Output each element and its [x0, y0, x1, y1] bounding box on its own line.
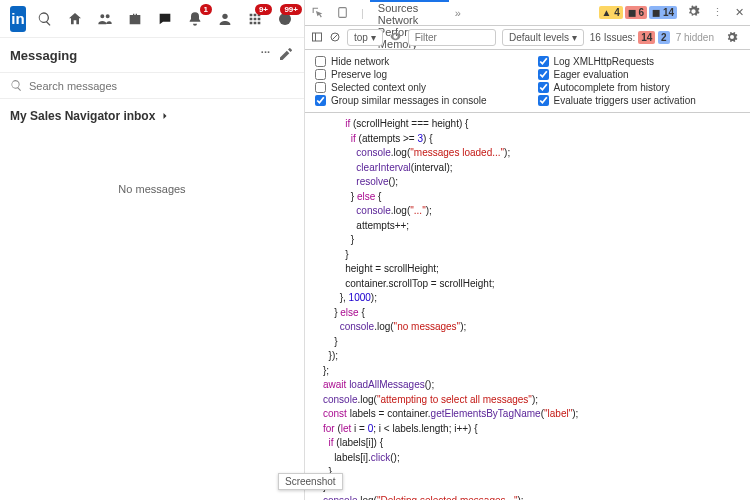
setting-autocomplete-from-history[interactable]: Autocomplete from history — [538, 82, 741, 93]
svg-rect-2 — [339, 8, 347, 18]
messaging-icon[interactable] — [156, 10, 174, 28]
me-icon[interactable] — [216, 10, 234, 28]
svg-rect-3 — [313, 33, 322, 41]
clear-console-icon[interactable] — [329, 31, 341, 45]
device-icon[interactable] — [330, 6, 355, 19]
menu-icon[interactable]: ⋮ — [706, 6, 729, 19]
notifications-icon[interactable]: 1 — [186, 10, 204, 28]
extra-icon[interactable]: 99+ — [276, 10, 294, 28]
linkedin-logo[interactable]: in — [10, 6, 26, 32]
empty-state: No messages — [0, 133, 304, 245]
tab-sources[interactable]: Sources — [370, 2, 449, 14]
more-button[interactable]: ··· — [261, 46, 270, 64]
filter-input[interactable] — [408, 29, 496, 46]
console-settings: Hide networkLog XMLHttpRequestsPreserve … — [305, 50, 750, 113]
hidden-count: 7 hidden — [676, 32, 714, 43]
issues-count[interactable]: 16 Issues: 14 2 — [590, 32, 670, 43]
warnings-summary[interactable]: ▲ 4 ◼ 6 ◼ 14 — [595, 6, 682, 19]
search-icon — [10, 79, 23, 92]
context-select[interactable]: top ▾ — [347, 29, 383, 46]
network-icon[interactable] — [96, 10, 114, 28]
close-icon[interactable]: ✕ — [729, 6, 750, 19]
setting-evaluate-triggers-user-activation[interactable]: Evaluate triggers user activation — [538, 95, 741, 106]
linkedin-topbar: in 1 9+ 99+ — [0, 0, 304, 38]
more-tabs[interactable]: » — [449, 7, 467, 19]
setting-hide-network[interactable]: Hide network — [315, 56, 518, 67]
jobs-icon[interactable] — [126, 10, 144, 28]
inspect-icon[interactable] — [305, 6, 330, 19]
devtools-tabs: | ElementsConsoleSourcesNetworkPerforman… — [305, 0, 750, 26]
svg-point-0 — [222, 13, 227, 18]
console-settings-icon[interactable] — [720, 31, 744, 45]
console-filterbar: top ▾ Default levels ▾ 16 Issues: 14 2 7… — [305, 26, 750, 50]
setting-selected-context-only[interactable]: Selected context only — [315, 82, 518, 93]
messaging-title: Messaging — [10, 48, 77, 63]
search-input[interactable] — [29, 80, 294, 92]
setting-eager-evaluation[interactable]: Eager evaluation — [538, 69, 741, 80]
eye-icon[interactable] — [389, 30, 402, 45]
tab-network[interactable]: Network — [370, 14, 449, 26]
sidebar-toggle-icon[interactable] — [311, 31, 323, 45]
apps-icon[interactable]: 9+ — [246, 10, 264, 28]
setting-log-xmlhttprequests[interactable]: Log XMLHttpRequests — [538, 56, 741, 67]
compose-icon[interactable] — [278, 46, 294, 64]
home-icon[interactable] — [66, 10, 84, 28]
screenshot-tooltip: Screenshot — [278, 473, 343, 490]
svg-line-6 — [333, 34, 338, 39]
setting-preserve-log[interactable]: Preserve log — [315, 69, 518, 80]
setting-group-similar-messages-in-console[interactable]: Group similar messages in console — [315, 95, 518, 106]
settings-icon[interactable] — [681, 5, 706, 20]
search-icon[interactable] — [36, 10, 54, 28]
inbox-selector[interactable]: My Sales Navigator inbox — [0, 99, 304, 133]
console-output[interactable]: if (scrollHeight === height) { if (attem… — [305, 113, 750, 500]
levels-select[interactable]: Default levels ▾ — [502, 29, 584, 46]
search-messages[interactable] — [0, 73, 304, 99]
chevron-right-icon — [159, 110, 171, 122]
inbox-label: My Sales Navigator inbox — [10, 109, 155, 123]
